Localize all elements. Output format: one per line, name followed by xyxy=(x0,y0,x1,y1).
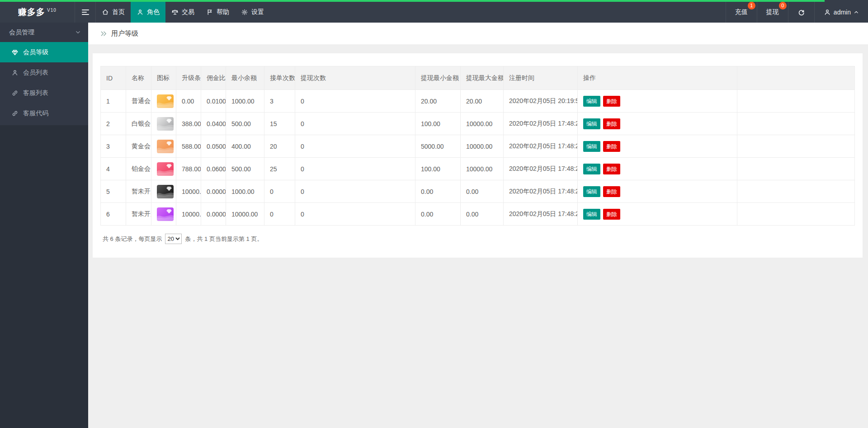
pagination-summary: 共 6 条记录，每页显示 xyxy=(103,235,162,243)
topbar: 赚多多 V10 首页角色交易帮助设置 1充值0提现 admin xyxy=(0,0,868,23)
edit-button[interactable]: 编辑 xyxy=(583,141,600,152)
withdraw-label: 提现 xyxy=(766,8,779,16)
cell-minbalance: 500.00 xyxy=(226,158,264,180)
table-header-row: ID名称图标升级条...佣金比例最小余额接单次数提现次数提现最小金额提现最大金额… xyxy=(101,66,855,90)
cell-card xyxy=(151,158,176,180)
cell-commission: 0.0400 xyxy=(201,113,226,135)
cell-orders: 15 xyxy=(264,113,295,135)
cell-commission: 0.0500 xyxy=(201,135,226,158)
column-header: 操作 xyxy=(578,66,737,90)
delete-button[interactable]: 删除 xyxy=(603,186,620,197)
sidebar-item-service-code[interactable]: 客服代码 xyxy=(0,103,88,123)
withdraw-button[interactable]: 0提现 xyxy=(757,2,788,23)
table-row: 5暂未开放10000....0.00001000.00000.000.00202… xyxy=(101,180,855,203)
scales-icon xyxy=(171,9,179,16)
brand-name: 赚多多 xyxy=(18,6,45,18)
nav-tab-help[interactable]: 帮助 xyxy=(200,2,235,23)
cell-empty xyxy=(737,158,855,180)
cell-withdrawcount: 0 xyxy=(295,135,415,158)
level-card-icon xyxy=(157,140,174,153)
column-header: 提现次数 xyxy=(295,66,415,90)
link-icon xyxy=(11,110,19,117)
pagination: 共 6 条记录，每页显示 20 条，共 1 页当前显示第 1 页。 xyxy=(100,234,855,244)
cell-name: 暂未开放 xyxy=(126,180,151,203)
edit-button[interactable]: 编辑 xyxy=(583,96,600,107)
sidebar-item-member-level[interactable]: 会员等级 xyxy=(0,42,88,62)
delete-button[interactable]: 删除 xyxy=(603,209,620,220)
cell-withdrawcount: 0 xyxy=(295,113,415,135)
sidebar-item-member-list[interactable]: 会员列表 xyxy=(0,62,88,83)
cell-upgrade: 10000... xyxy=(176,203,201,226)
breadcrumb: 用户等级 xyxy=(88,23,868,44)
nav-tab-role[interactable]: 角色 xyxy=(131,2,165,23)
gem-glyph xyxy=(166,186,172,191)
user-icon xyxy=(137,9,144,16)
edit-button[interactable]: 编辑 xyxy=(583,118,600,129)
gem-glyph xyxy=(166,164,172,169)
cell-commission: 0.0600 xyxy=(201,158,226,180)
pagination-info: 条，共 1 页当前显示第 1 页。 xyxy=(185,235,263,243)
cell-minbalance: 400.00 xyxy=(226,135,264,158)
cell-id: 1 xyxy=(101,90,126,113)
level-card-icon xyxy=(157,117,174,131)
cell-upgrade: 588.00 xyxy=(176,135,201,158)
cell-withdrawmin: 5000.00 xyxy=(415,135,461,158)
cell-regtime: 2020年02月05日 17:48:29 xyxy=(504,158,578,180)
edit-button[interactable]: 编辑 xyxy=(583,186,600,197)
cell-withdrawcount: 0 xyxy=(295,180,415,203)
nav-tab-trade[interactable]: 交易 xyxy=(165,2,200,23)
cell-withdrawmax: 0.00 xyxy=(461,203,504,226)
cell-ops: 编辑删除 xyxy=(578,90,737,113)
page-title: 用户等级 xyxy=(111,29,138,38)
home-icon xyxy=(102,9,109,16)
cell-minbalance: 500.00 xyxy=(226,113,264,135)
cell-id: 5 xyxy=(101,180,126,203)
cell-name: 暂未开放 xyxy=(126,203,151,226)
column-header: 升级条... xyxy=(176,66,201,90)
sidebar-group-member-management[interactable]: 会员管理 xyxy=(0,23,88,42)
column-header: 接单次数 xyxy=(264,66,295,90)
cell-withdrawcount: 0 xyxy=(295,90,415,113)
sidebar-group-label: 会员管理 xyxy=(9,28,34,37)
brand-logo: 赚多多 V10 xyxy=(0,2,75,23)
delete-button[interactable]: 删除 xyxy=(603,141,620,152)
member-level-table: ID名称图标升级条...佣金比例最小余额接单次数提现次数提现最小金额提现最大金额… xyxy=(100,66,855,226)
cell-empty xyxy=(737,113,855,135)
cell-withdrawmin: 0.00 xyxy=(415,203,461,226)
column-header: 提现最小金额 xyxy=(415,66,461,90)
cell-commission: 0.0000 xyxy=(201,180,226,203)
sidebar-item-label: 会员等级 xyxy=(23,48,48,56)
user-menu[interactable]: admin xyxy=(814,2,868,23)
gem-glyph xyxy=(166,209,172,214)
delete-button[interactable]: 删除 xyxy=(603,164,620,174)
sidebar-item-label: 客服列表 xyxy=(23,89,48,97)
cell-orders: 25 xyxy=(264,158,295,180)
cell-ops: 编辑删除 xyxy=(578,158,737,180)
sidebar-menu: 会员等级会员列表客服列表客服代码 xyxy=(0,42,88,125)
table-card: ID名称图标升级条...佣金比例最小余额接单次数提现次数提现最小金额提现最大金额… xyxy=(93,53,863,258)
edit-button[interactable]: 编辑 xyxy=(583,209,600,220)
page-size-select[interactable]: 20 xyxy=(165,234,182,244)
nav-tab-label: 帮助 xyxy=(217,8,229,16)
cell-orders: 20 xyxy=(264,135,295,158)
table-row: 4铂金会员788.000.0600500.00250100.0010000.00… xyxy=(101,158,855,180)
cell-minbalance: 10000.00 xyxy=(226,203,264,226)
delete-button[interactable]: 删除 xyxy=(603,118,620,129)
brand-version: V10 xyxy=(47,8,57,13)
cell-name: 普通会员 xyxy=(126,90,151,113)
sidebar-item-label: 客服代码 xyxy=(23,109,48,118)
refresh-button[interactable] xyxy=(788,2,814,23)
gem-glyph xyxy=(166,141,172,146)
sidebar-item-service-list[interactable]: 客服列表 xyxy=(0,83,88,103)
recharge-button[interactable]: 1充值 xyxy=(726,2,757,23)
sidebar-toggle-button[interactable] xyxy=(75,2,96,23)
edit-button[interactable]: 编辑 xyxy=(583,164,600,174)
delete-button[interactable]: 删除 xyxy=(603,96,620,107)
nav-tab-home[interactable]: 首页 xyxy=(96,2,131,23)
cell-empty xyxy=(737,90,855,113)
cell-card xyxy=(151,113,176,135)
nav-tab-settings[interactable]: 设置 xyxy=(235,2,270,23)
level-card-icon xyxy=(157,94,174,108)
cell-regtime: 2020年02月05日 17:48:29 xyxy=(504,203,578,226)
link-icon xyxy=(11,89,19,97)
